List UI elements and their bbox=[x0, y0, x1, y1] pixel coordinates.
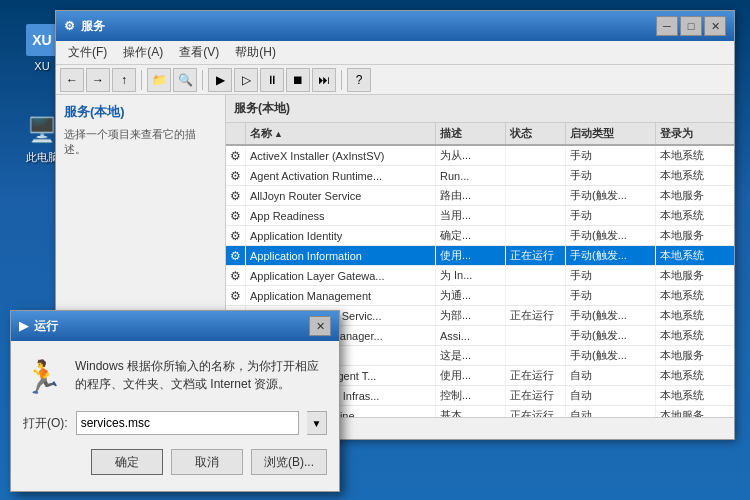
browse-button[interactable]: 浏览(B)... bbox=[251, 449, 327, 475]
service-logon-cell: 本地服务 bbox=[656, 226, 734, 245]
service-icon-cell: ⚙ bbox=[226, 186, 246, 205]
computer-icon: 🖥️ bbox=[26, 114, 58, 146]
menu-view[interactable]: 查看(V) bbox=[171, 42, 227, 63]
service-name-cell: Application Management bbox=[246, 286, 436, 305]
toolbar-pause[interactable]: ⏸ bbox=[260, 68, 284, 92]
menu-help[interactable]: 帮助(H) bbox=[227, 42, 284, 63]
col-status[interactable]: 状态 bbox=[506, 123, 566, 144]
service-desc-cell: 为通... bbox=[436, 286, 506, 305]
service-startup-cell: 自动 bbox=[566, 366, 656, 385]
minimize-button[interactable]: ─ bbox=[656, 16, 678, 36]
table-row[interactable]: ⚙ActiveX Installer (AxInstSV)为从...手动本地系统 bbox=[226, 146, 734, 166]
service-desc-cell: 基本... bbox=[436, 406, 506, 417]
service-startup-cell: 手动(触发... bbox=[566, 306, 656, 325]
dialog-input-row: 打开(O): ▼ bbox=[23, 411, 327, 435]
col-name[interactable]: 名称 ▲ bbox=[246, 123, 436, 144]
service-startup-cell: 手动 bbox=[566, 266, 656, 285]
toolbar-up[interactable]: ↑ bbox=[112, 68, 136, 92]
input-dropdown-arrow[interactable]: ▼ bbox=[307, 411, 327, 435]
toolbar-back[interactable]: ← bbox=[60, 68, 84, 92]
service-status-cell bbox=[506, 206, 566, 225]
col-logon[interactable]: 登录为 bbox=[656, 123, 734, 144]
service-logon-cell: 本地系统 bbox=[656, 246, 734, 265]
service-startup-cell: 手动(触发... bbox=[566, 246, 656, 265]
close-button[interactable]: ✕ bbox=[704, 16, 726, 36]
service-startup-cell: 手动(触发... bbox=[566, 326, 656, 345]
service-status-cell bbox=[506, 346, 566, 365]
service-status-cell bbox=[506, 186, 566, 205]
toolbar-folder[interactable]: 📁 bbox=[147, 68, 171, 92]
service-startup-cell: 手动 bbox=[566, 146, 656, 165]
run-dialog-icon: ▶ bbox=[19, 319, 28, 333]
service-startup-cell: 自动 bbox=[566, 406, 656, 417]
service-status-cell bbox=[506, 146, 566, 165]
service-startup-cell: 自动 bbox=[566, 386, 656, 405]
service-logon-cell: 本地系统 bbox=[656, 206, 734, 225]
col-startup[interactable]: 启动类型 bbox=[566, 123, 656, 144]
service-status-cell: 正在运行 bbox=[506, 386, 566, 405]
service-status-cell bbox=[506, 326, 566, 345]
service-icon-cell: ⚙ bbox=[226, 206, 246, 225]
services-header-label: 服务(本地) bbox=[234, 100, 290, 117]
service-logon-cell: 本地服务 bbox=[656, 346, 734, 365]
toolbar-play[interactable]: ▶ bbox=[208, 68, 232, 92]
cancel-button[interactable]: 取消 bbox=[171, 449, 243, 475]
window-controls: ─ □ ✕ bbox=[656, 16, 726, 36]
maximize-button[interactable]: □ bbox=[680, 16, 702, 36]
table-header-row: 名称 ▲ 描述 状态 启动类型 登录为 bbox=[226, 123, 734, 146]
table-row[interactable]: ⚙Application Identity确定...手动(触发...本地服务 bbox=[226, 226, 734, 246]
service-status-cell bbox=[506, 166, 566, 185]
service-logon-cell: 本地系统 bbox=[656, 386, 734, 405]
service-startup-cell: 手动 bbox=[566, 286, 656, 305]
service-name-cell: Application Layer Gatewa... bbox=[246, 266, 436, 285]
toolbar-help[interactable]: ? bbox=[347, 68, 371, 92]
ok-button[interactable]: 确定 bbox=[91, 449, 163, 475]
dialog-body: 🏃 Windows 根据你所输入的名称，为你打开相应的程序、文件夹、文档或 In… bbox=[11, 341, 339, 491]
service-name-cell: App Readiness bbox=[246, 206, 436, 225]
menu-bar: 文件(F) 操作(A) 查看(V) 帮助(H) bbox=[56, 41, 734, 65]
desktop: XU XU 🖥️ 此电脑 ⚙ 服务 ─ □ ✕ 文件(F) 操作(A) 查看(V… bbox=[0, 0, 750, 500]
open-input[interactable] bbox=[76, 411, 299, 435]
service-status-cell bbox=[506, 286, 566, 305]
service-icon-cell: ⚙ bbox=[226, 286, 246, 305]
run-dialog: ▶ 运行 ✕ 🏃 Windows 根据你所输入的名称，为你打开相应的程序、文件夹… bbox=[10, 310, 340, 492]
services-titlebar: ⚙ 服务 ─ □ ✕ bbox=[56, 11, 734, 41]
col-desc[interactable]: 描述 bbox=[436, 123, 506, 144]
services-title-icon: ⚙ bbox=[64, 19, 75, 33]
table-row[interactable]: ⚙Application Information使用...正在运行手动(触发..… bbox=[226, 246, 734, 266]
service-logon-cell: 本地服务 bbox=[656, 186, 734, 205]
service-icon-cell: ⚙ bbox=[226, 166, 246, 185]
service-icon-cell: ⚙ bbox=[226, 266, 246, 285]
dialog-buttons: 确定 取消 浏览(B)... bbox=[23, 449, 327, 475]
xu-icon: XU bbox=[26, 24, 58, 56]
table-row[interactable]: ⚙App Readiness当用...手动本地系统 bbox=[226, 206, 734, 226]
table-row[interactable]: ⚙Application Management为通...手动本地系统 bbox=[226, 286, 734, 306]
service-desc-cell: 这是... bbox=[436, 346, 506, 365]
service-desc-cell: 为 In... bbox=[436, 266, 506, 285]
toolbar-search[interactable]: 🔍 bbox=[173, 68, 197, 92]
table-row[interactable]: ⚙AllJoyn Router Service路由...手动(触发...本地服务 bbox=[226, 186, 734, 206]
service-startup-cell: 手动(触发... bbox=[566, 186, 656, 205]
service-desc-cell: 使用... bbox=[436, 366, 506, 385]
menu-file[interactable]: 文件(F) bbox=[60, 42, 115, 63]
dialog-description: Windows 根据你所输入的名称，为你打开相应的程序、文件夹、文档或 Inte… bbox=[75, 357, 327, 393]
toolbar-forward[interactable]: → bbox=[86, 68, 110, 92]
service-logon-cell: 本地系统 bbox=[656, 326, 734, 345]
service-name-cell: ActiveX Installer (AxInstSV) bbox=[246, 146, 436, 165]
service-icon-cell: ⚙ bbox=[226, 146, 246, 165]
service-desc-cell: Assi... bbox=[436, 326, 506, 345]
dialog-close-button[interactable]: ✕ bbox=[309, 316, 331, 336]
service-startup-cell: 手动(触发... bbox=[566, 346, 656, 365]
service-status-cell: 正在运行 bbox=[506, 246, 566, 265]
service-logon-cell: 本地系统 bbox=[656, 166, 734, 185]
menu-action[interactable]: 操作(A) bbox=[115, 42, 171, 63]
table-row[interactable]: ⚙Agent Activation Runtime...Run...手动本地系统 bbox=[226, 166, 734, 186]
toolbar-play2[interactable]: ▷ bbox=[234, 68, 258, 92]
service-icon-cell: ⚙ bbox=[226, 226, 246, 245]
service-logon-cell: 本地服务 bbox=[656, 406, 734, 417]
toolbar-stop[interactable]: ⏹ bbox=[286, 68, 310, 92]
toolbar-skip[interactable]: ⏭ bbox=[312, 68, 336, 92]
col-icon[interactable] bbox=[226, 123, 246, 144]
service-logon-cell: 本地系统 bbox=[656, 286, 734, 305]
table-row[interactable]: ⚙Application Layer Gatewa...为 In...手动本地服… bbox=[226, 266, 734, 286]
